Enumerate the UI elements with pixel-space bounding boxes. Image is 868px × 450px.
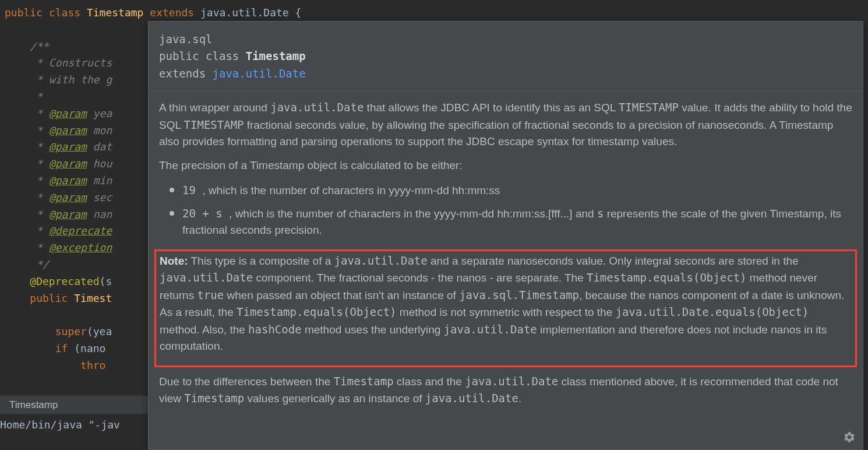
package-name: java.sql xyxy=(159,33,213,45)
note-label: Note: xyxy=(160,255,188,267)
code-line: public class Timestamp extends java.util… xyxy=(5,5,868,22)
gear-icon[interactable] xyxy=(843,431,856,444)
breadcrumb-bar[interactable]: Timestamp xyxy=(0,395,148,414)
note-block: Note: This type is a composite of a java… xyxy=(154,249,857,367)
run-output-bar: Home/bin/java "-jav xyxy=(0,414,148,435)
javadoc-list: 19 , which is the number of characters i… xyxy=(170,182,852,239)
run-output-text: Home/bin/java "-jav xyxy=(0,419,120,431)
breadcrumb-item: Timestamp xyxy=(9,399,58,411)
list-item: 19 , which is the number of characters i… xyxy=(170,182,852,199)
javadoc-body: A thin wrapper around java.util.Date tha… xyxy=(149,91,863,450)
javadoc-paragraph: A thin wrapper around java.util.Date tha… xyxy=(159,99,852,150)
javadoc-header: java.sql public class Timestamp extends … xyxy=(149,22,863,91)
extends-link[interactable]: java.util.Date xyxy=(213,67,306,80)
list-item: 20 + s , which is the number of characte… xyxy=(170,205,852,239)
javadoc-paragraph: Due to the differences between the Times… xyxy=(159,373,852,407)
javadoc-paragraph: The precision of a Timestamp object is c… xyxy=(159,157,852,174)
javadoc-popup[interactable]: java.sql public class Timestamp extends … xyxy=(148,21,863,450)
class-name: Timestamp xyxy=(246,50,306,62)
